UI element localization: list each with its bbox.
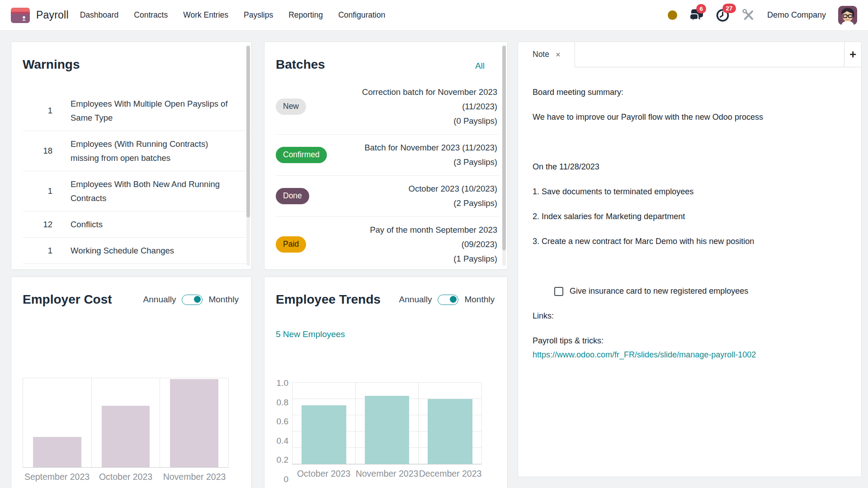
menu-payslips[interactable]: Payslips [236, 6, 281, 24]
chart-bar [365, 396, 409, 464]
batch-row-october[interactable]: Done October 2023 (10/2023) (2 Payslips) [276, 175, 499, 216]
batch-name: October 2023 (10/2023) [409, 184, 497, 193]
employee-trends-title: Employee Trends [276, 290, 381, 310]
dashboard-content: Warnings 1 Employees With Multiple Open … [0, 31, 868, 488]
chart-plot-area [23, 378, 229, 468]
period-toggle-switch[interactable] [182, 295, 203, 305]
note-tips-label: Payroll tips & tricks: [533, 336, 604, 345]
employer-cost-period-toggle: Annually Monthly [143, 295, 239, 305]
debug-tools-button[interactable] [742, 9, 755, 22]
warning-row-working-schedule-changes[interactable]: 1 Working Schedule Changes [23, 237, 251, 263]
chart-column [355, 383, 419, 464]
note-paragraph: Board meeting summary: [533, 85, 845, 99]
menu-reporting[interactable]: Reporting [281, 6, 330, 24]
chart-y-axis: 00.20.40.60.81.0 [276, 383, 292, 479]
warning-label: Employees With Multiple Open Payslips of… [71, 97, 251, 125]
scrollbar-thumb[interactable] [502, 46, 506, 250]
chart-column [91, 378, 160, 467]
messages-count-badge: 6 [696, 4, 707, 14]
y-tick-label: 0 [283, 475, 288, 483]
note-links-label: Links: [533, 309, 845, 323]
top-navbar: Payroll Dashboard Contracts Work Entries… [0, 0, 868, 31]
x-axis-label: December 2023 [419, 469, 482, 479]
batch-name: Pay of the month September 2023 (09/2023… [370, 225, 497, 249]
warning-count: 1 [23, 186, 52, 196]
warnings-title: Warnings [23, 55, 80, 75]
warning-row-new-and-running-contracts[interactable]: 1 Employees With Both New And Running Co… [23, 171, 251, 211]
note-paragraph: 3. Create a new contract for Marc Demo w… [533, 235, 845, 249]
batches-title: Batches [276, 55, 475, 75]
messages-button[interactable]: 6 [689, 9, 703, 22]
menu-contracts[interactable]: Contracts [126, 6, 175, 24]
batch-row-november[interactable]: Confirmed Batch for November 2023 (11/20… [276, 134, 499, 175]
toggle-knob [194, 296, 201, 303]
status-badge-new: New [276, 99, 306, 115]
y-tick-label: 1.0 [277, 379, 288, 387]
insurance-checkbox[interactable] [554, 287, 563, 296]
insurance-checklist-item: Give insurance card to new registered em… [554, 284, 845, 298]
x-axis-label: November 2023 [160, 472, 229, 482]
warning-row-missing-from-batches[interactable]: 18 Employees (With Running Contracts) mi… [23, 131, 251, 171]
add-tab-button[interactable]: + [844, 42, 861, 67]
chart-column [418, 383, 481, 464]
note-editor[interactable]: Board meeting summary: We have to improv… [518, 67, 861, 362]
systray: 6 27 Demo Company [668, 6, 857, 25]
company-switcher[interactable]: Demo Company [767, 10, 826, 20]
y-tick-label: 0.2 [277, 455, 288, 464]
batch-payslip-count: (0 Payslips) [453, 116, 497, 126]
payroll-app-icon [11, 8, 30, 23]
payroll-tips-link[interactable]: https://www.odoo.com/fr_FR/slides/slide/… [533, 350, 756, 359]
clipped-row-divider [23, 263, 251, 268]
chart-column [292, 383, 355, 464]
tab-close-icon[interactable]: × [556, 51, 561, 59]
menu-dashboard[interactable]: Dashboard [72, 6, 127, 24]
app-switcher[interactable]: Payroll [11, 8, 69, 23]
batch-description: Pay of the month September 2023 (09/2023… [339, 223, 499, 266]
annually-label: Annually [399, 295, 432, 305]
monthly-label: Monthly [208, 295, 239, 305]
batch-payslip-count: (2 Payslips) [453, 198, 497, 208]
menu-configuration[interactable]: Configuration [330, 6, 393, 24]
status-badge-confirmed: Confirmed [276, 147, 327, 163]
warning-row-conflicts[interactable]: 12 Conflicts [23, 211, 251, 237]
chart-column [23, 378, 91, 467]
batches-card: Batches All New Correction batch for Nov… [264, 42, 508, 270]
period-toggle-switch[interactable] [438, 295, 458, 305]
scrollbar-thumb[interactable] [246, 46, 250, 217]
batch-payslip-count: (1 Payslips) [453, 254, 497, 263]
tab-note[interactable]: Note × [518, 42, 575, 67]
tab-note-label: Note [533, 50, 549, 59]
note-panel: Note × + Board meeting summary: We have … [518, 42, 862, 477]
y-tick-label: 0.6 [277, 417, 288, 426]
batch-row-correction-november[interactable]: New Correction batch for November 2023 (… [276, 79, 499, 134]
batch-row-september[interactable]: Paid Pay of the month September 2023 (09… [276, 216, 499, 270]
warning-count: 1 [23, 246, 52, 256]
batch-description: Batch for November 2023 (11/2023) (3 Pay… [339, 141, 499, 169]
menu-work-entries[interactable]: Work Entries [175, 6, 236, 24]
note-paragraph: 2. Index salaries for Marketing departme… [533, 210, 845, 224]
new-employees-link[interactable]: 5 New Employees [276, 329, 345, 339]
batches-scrollbar [502, 46, 506, 266]
y-tick-label: 0.8 [277, 398, 288, 406]
note-paragraph: On the 11/28/2023 [533, 160, 845, 174]
batch-name: Batch for November 2023 (11/2023) [364, 143, 497, 152]
toggle-knob [450, 296, 457, 303]
status-badge-paid: Paid [276, 236, 306, 253]
employer-cost-chart: September 2023October 2023November 2023 [23, 378, 229, 482]
employer-cost-card: Employer Cost Annually Monthly September… [11, 277, 252, 488]
chart-column [160, 378, 228, 467]
x-axis-label: September 2023 [23, 472, 91, 482]
user-avatar[interactable] [838, 6, 857, 25]
employee-trends-chart: 00.20.40.60.81.0 October 2023November 20… [276, 383, 482, 479]
annually-label: Annually [143, 295, 176, 305]
employee-trends-period-toggle: Annually Monthly [399, 295, 495, 305]
note-tabbar: Note × + [518, 42, 861, 67]
batches-all-link[interactable]: All [475, 61, 485, 71]
chart-bar [102, 406, 150, 467]
warning-label: Working Schedule Changes [71, 244, 187, 258]
batch-name: Correction batch for November 2023 (11/2… [362, 87, 497, 111]
warning-row-multiple-open-payslips[interactable]: 1 Employees With Multiple Open Payslips … [23, 91, 251, 131]
status-dot-icon[interactable] [668, 10, 677, 20]
activities-button[interactable]: 27 [716, 8, 730, 22]
warnings-card: Warnings 1 Employees With Multiple Open … [11, 42, 252, 270]
